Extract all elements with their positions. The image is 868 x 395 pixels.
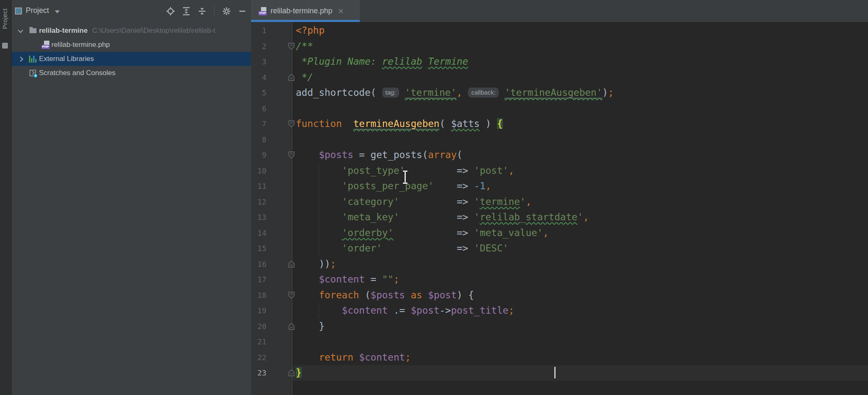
gutter-line-20[interactable]: 20 [251, 319, 301, 334]
tree-item-external-libraries[interactable]: External Libraries [12, 52, 251, 66]
code-line-9[interactable]: $posts = get_posts(array( [296, 147, 864, 163]
code-line-6[interactable] [296, 101, 864, 117]
gutter-line-13[interactable]: 13 [251, 210, 301, 225]
code-line-2[interactable]: /** [296, 39, 864, 54]
chevron-down-icon[interactable] [55, 10, 60, 13]
tree-item-relilab-termine-php[interactable]: PHPrelilab-termine.php [12, 38, 251, 52]
code-area[interactable]: <?php/** *Plugin Name: relilab Termine *… [296, 23, 864, 381]
code-token [499, 87, 505, 98]
code-token: _ [520, 212, 526, 222]
project-panel: Project relilab- [12, 0, 251, 395]
code-token: ) [602, 87, 608, 98]
code-token [296, 274, 319, 285]
fold-close-icon[interactable] [288, 323, 295, 330]
code-line-21[interactable] [296, 334, 864, 350]
code-token: , [526, 196, 532, 207]
code-line-13[interactable]: 'meta_key' => 'relilab_startdate', [296, 210, 864, 225]
project-stripe-button[interactable]: Project [1, 8, 8, 29]
gutter-line-16[interactable]: 16 [251, 256, 301, 272]
gutter-line-19[interactable]: 19 [251, 303, 301, 319]
code-line-15[interactable]: 'order' => 'DESC' [296, 241, 864, 256]
tool-window-stripe: Project [0, 0, 11, 395]
external-libraries-icon [29, 56, 37, 63]
gutter-line-22[interactable]: 22 [251, 350, 301, 366]
expand-all-icon[interactable] [182, 7, 191, 16]
code-token [296, 352, 319, 363]
code-token: $post [411, 305, 439, 316]
code-line-22[interactable]: return $content; [296, 350, 864, 366]
code-token: ) [480, 118, 497, 129]
settings-gear-icon[interactable] [222, 7, 231, 16]
gutter-line-23[interactable]: 23 [251, 365, 301, 381]
gutter-line-7[interactable]: 7 [251, 116, 301, 132]
gutter-line-1[interactable]: 1 [251, 23, 301, 39]
fold-open-icon[interactable] [288, 292, 295, 299]
code-line-18[interactable]: foreach ($posts as $post) { [296, 288, 864, 303]
locate-icon[interactable] [166, 7, 175, 16]
gutter-line-11[interactable]: 11 [251, 178, 301, 194]
code-line-19[interactable]: $content .= $post->post_title; [296, 303, 864, 319]
hide-panel-icon[interactable] [238, 7, 247, 16]
code-token: */ [296, 72, 313, 83]
fold-close-icon[interactable] [288, 74, 295, 81]
line-number: 17 [251, 272, 266, 288]
code-line-3[interactable]: *Plugin Name: relilab Termine [296, 54, 864, 70]
gutter-line-2[interactable]: 2 [251, 39, 301, 54]
gutter-line-6[interactable]: 6 [251, 101, 301, 117]
gutter-line-5[interactable]: 5 [251, 85, 301, 101]
chevron-down-icon[interactable] [18, 27, 23, 33]
gutter-line-21[interactable]: 21 [251, 334, 301, 350]
code-token [296, 227, 342, 238]
tree-item-scratches-and-consoles[interactable]: Scratches and Consoles [12, 66, 251, 80]
code-line-4[interactable]: */ [296, 70, 864, 85]
gutter-line-12[interactable]: 12 [251, 194, 301, 210]
code-line-1[interactable]: <?php [296, 23, 864, 39]
tool-window-square-icon[interactable] [2, 43, 8, 49]
code-line-17[interactable]: $content = ""; [296, 272, 864, 288]
fold-close-icon[interactable] [288, 261, 295, 268]
tab-close-icon[interactable]: × [338, 7, 344, 16]
code-token [405, 290, 411, 300]
code-token [296, 243, 342, 254]
code-line-7[interactable]: function termineAusgeben( $atts ) { [296, 116, 864, 132]
code-line-8[interactable] [296, 132, 864, 148]
fold-open-icon[interactable] [288, 43, 295, 50]
tree-item-label: relilab-termine.php [51, 41, 110, 49]
gutter-line-8[interactable]: 8 [251, 132, 301, 148]
fold-open-icon[interactable] [288, 151, 295, 158]
gutter-line-15[interactable]: 15 [251, 241, 301, 256]
fold-close-icon[interactable] [288, 369, 295, 376]
gutter-line-9[interactable]: 9 [251, 147, 301, 163]
tab-relilab-termine-php[interactable]: PHP relilab-termine.php × [251, 0, 360, 22]
code-token: get_posts [371, 149, 422, 160]
code-token: ' [578, 212, 583, 222]
gutter-line-17[interactable]: 17 [251, 272, 301, 288]
code-line-12[interactable]: 'category' => 'termine', [296, 194, 864, 210]
code-line-5[interactable]: add_shortcode( tag: 'termine', callback:… [296, 85, 864, 101]
code-line-10[interactable]: 'post_type' => 'post', [296, 163, 864, 179]
line-number: 21 [251, 334, 266, 350]
gutter-line-10[interactable]: 10 [251, 163, 301, 179]
code-token [296, 180, 342, 191]
scratches-icon [29, 70, 36, 76]
gutter-line-18[interactable]: 18 [251, 288, 301, 303]
code-line-14[interactable]: 'orderby' => 'meta_value', [296, 225, 864, 241]
gutter-line-4[interactable]: 4 [251, 70, 301, 85]
code-line-11[interactable]: 'posts_per_page' => -1, [296, 178, 864, 194]
code-token: } [296, 367, 302, 378]
code-line-23[interactable]: } [296, 365, 864, 381]
collapse-all-icon[interactable] [197, 7, 207, 16]
text-caret [554, 367, 556, 378]
tree-item-relilab-termine[interactable]: relilab-termineC:\Users\Daniel\Desktop\r… [12, 24, 251, 38]
gutter-line-14[interactable]: 14 [251, 225, 301, 241]
code-line-16[interactable]: )); [296, 256, 864, 272]
line-number: 15 [251, 241, 266, 256]
project-panel-title[interactable]: Project [26, 6, 49, 15]
gutter-line-3[interactable]: 3 [251, 54, 301, 70]
code-line-20[interactable]: } [296, 319, 864, 334]
code-token: { [497, 118, 503, 129]
chevron-right-icon[interactable] [18, 56, 23, 62]
code-token: => [457, 212, 474, 222]
fold-open-icon[interactable] [288, 120, 295, 127]
code-token [382, 243, 457, 254]
